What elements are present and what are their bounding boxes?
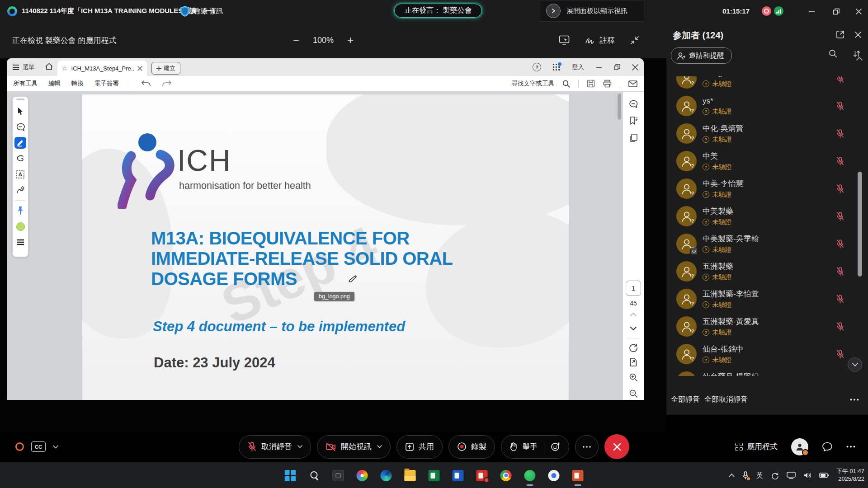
participant-muted-mic-icon[interactable] bbox=[836, 267, 844, 276]
battery-icon[interactable] bbox=[819, 473, 829, 478]
acrobat-restore-icon[interactable] bbox=[614, 64, 620, 70]
taskbar-clock[interactable]: 下午 01:47 2025/8/22 bbox=[836, 468, 864, 483]
sync-icon[interactable] bbox=[771, 471, 779, 479]
rotate-page-icon[interactable] bbox=[629, 343, 638, 352]
apps-button[interactable]: 應用程式 bbox=[735, 441, 778, 452]
participant-muted-mic-icon[interactable] bbox=[836, 211, 844, 221]
taskbar-chrome-icon[interactable] bbox=[500, 469, 512, 482]
document-scrollbar[interactable] bbox=[618, 94, 621, 120]
select-cursor-tool[interactable] bbox=[14, 105, 26, 117]
meeting-info-button[interactable]: 會議 資訊 bbox=[180, 0, 223, 22]
expand-video-panel-button[interactable]: 展開面板以顯示視訊 bbox=[540, 0, 644, 22]
zoom-in-button[interactable]: + bbox=[347, 35, 354, 46]
participant-row[interactable]: ? 中美 ? 未驗證 bbox=[666, 147, 868, 175]
find-tools-label[interactable]: 尋找文字或工具 bbox=[512, 80, 555, 88]
minimize-button[interactable] bbox=[807, 7, 816, 15]
zoom-out-button[interactable]: − bbox=[293, 35, 299, 46]
document-tab[interactable]: ☆ ICH_M13A_Step4_Pre... bbox=[57, 61, 147, 76]
taskbar-acrobat-icon[interactable] bbox=[476, 469, 488, 482]
participant-muted-mic-icon[interactable] bbox=[836, 184, 844, 193]
invite-remind-button[interactable]: 邀請和提醒 bbox=[671, 47, 732, 64]
participant-row[interactable]: ? 中美-李怡慧 ? 未驗證 bbox=[666, 175, 868, 202]
participant-row[interactable]: ? 中美製藥-吳季翰 ? 未驗證 bbox=[666, 230, 868, 258]
more-options-button[interactable] bbox=[575, 435, 599, 459]
collapse-toolbar-icon[interactable] bbox=[630, 36, 639, 45]
participants-scrollbar-thumb[interactable] bbox=[858, 172, 862, 277]
acrobat-menu-button[interactable]: 選單 bbox=[12, 58, 34, 76]
taskbar-edge-white-icon[interactable] bbox=[548, 469, 560, 482]
volume-icon[interactable] bbox=[803, 472, 811, 479]
participant-row[interactable]: ? 中美製藥 ? 未驗證 bbox=[666, 202, 868, 230]
more-participant-options-icon[interactable] bbox=[850, 399, 859, 401]
menu-esign[interactable]: 電子簽署 bbox=[94, 80, 119, 88]
screen-pointer-icon[interactable] bbox=[559, 35, 570, 45]
taskbar-file-explorer-icon[interactable] bbox=[404, 469, 416, 482]
closed-caption-button[interactable]: CC bbox=[31, 441, 46, 452]
apps-grid-icon[interactable] bbox=[553, 64, 560, 71]
undo-icon[interactable] bbox=[141, 80, 151, 87]
create-tab-button[interactable]: 建立 bbox=[151, 62, 180, 75]
unmute-button[interactable]: 取消靜音 bbox=[239, 435, 311, 459]
taskbar-start-icon[interactable] bbox=[284, 469, 297, 482]
raise-hand-button[interactable]: 舉手 bbox=[501, 435, 569, 459]
pin-tool[interactable] bbox=[14, 205, 26, 216]
leave-meeting-button[interactable] bbox=[604, 434, 629, 459]
audio-indicator-icon[interactable] bbox=[15, 442, 24, 451]
taskbar-webex-icon[interactable] bbox=[524, 469, 536, 482]
redo-icon[interactable] bbox=[162, 80, 172, 87]
participant-muted-mic-icon[interactable] bbox=[836, 322, 844, 331]
previous-page-icon[interactable] bbox=[630, 312, 637, 316]
mail-icon[interactable] bbox=[628, 80, 637, 87]
annotate-button[interactable]: 註釋 bbox=[585, 35, 615, 46]
participant-muted-mic-icon[interactable] bbox=[836, 349, 844, 359]
connection-quality-icon[interactable] bbox=[774, 6, 783, 16]
scroll-up-arrow[interactable] bbox=[856, 56, 863, 61]
pdf-page[interactable]: ICH harmonisation for better health Step… bbox=[82, 94, 569, 400]
zoom-out-page-icon[interactable] bbox=[629, 389, 638, 398]
participant-row[interactable]: ? 五洲製藥-黃愛真 ? 未驗證 bbox=[666, 313, 868, 340]
star-icon[interactable]: ☆ bbox=[62, 65, 68, 71]
print-icon[interactable] bbox=[603, 80, 612, 88]
mute-all-button[interactable]: 全部靜音 bbox=[671, 395, 700, 404]
input-language-indicator[interactable]: 英 bbox=[756, 471, 763, 480]
participant-muted-mic-icon[interactable] bbox=[836, 129, 844, 138]
search-participants-icon[interactable] bbox=[829, 49, 837, 58]
participant-row[interactable]: ? Wang LK ? 未驗證 bbox=[666, 76, 868, 92]
hidden-icons-chevron[interactable] bbox=[729, 474, 735, 477]
acrobat-minimize-icon[interactable] bbox=[596, 64, 602, 70]
signin-button[interactable]: 登入 bbox=[572, 63, 584, 71]
rail-drag-handle[interactable] bbox=[16, 99, 24, 100]
page-thumbnails-icon[interactable] bbox=[629, 133, 638, 142]
search-icon[interactable] bbox=[562, 80, 570, 88]
bookmarks-panel-icon[interactable] bbox=[629, 116, 638, 125]
share-button[interactable]: 共用 bbox=[396, 435, 443, 459]
chevron-down-icon[interactable] bbox=[377, 445, 382, 448]
mic-in-use-icon[interactable] bbox=[742, 471, 749, 479]
acrobat-close-icon[interactable] bbox=[632, 64, 638, 70]
scroll-down-button[interactable] bbox=[848, 357, 862, 372]
participant-row[interactable]: ? 中化-吳炳賢 ? 未驗證 bbox=[666, 120, 868, 147]
participant-muted-mic-icon[interactable] bbox=[836, 101, 844, 111]
help-icon[interactable]: ? bbox=[533, 63, 541, 71]
record-button[interactable]: 錄製 bbox=[448, 435, 495, 459]
close-button[interactable] bbox=[854, 7, 863, 15]
text-select-tool[interactable] bbox=[14, 169, 26, 180]
taskbar-powerpoint-icon[interactable] bbox=[572, 469, 584, 482]
participant-row[interactable]: ? 五洲製藥 ? 未驗證 bbox=[666, 258, 868, 285]
more-panels-button[interactable] bbox=[846, 446, 855, 448]
page-number-input[interactable]: 1 bbox=[626, 281, 641, 296]
participants-toggle-button[interactable] bbox=[791, 438, 808, 455]
tab-close-icon[interactable] bbox=[137, 66, 142, 71]
line-weight-tool[interactable] bbox=[14, 236, 26, 248]
zoom-in-page-icon[interactable] bbox=[629, 373, 638, 382]
save-icon[interactable] bbox=[587, 80, 595, 88]
comments-panel-icon[interactable] bbox=[629, 100, 638, 109]
participant-muted-mic-icon[interactable] bbox=[836, 156, 844, 166]
start-video-button[interactable]: 開始視訊 bbox=[317, 435, 391, 459]
participant-muted-mic-icon[interactable] bbox=[836, 76, 844, 83]
chevron-down-icon[interactable] bbox=[297, 445, 302, 448]
next-page-icon[interactable] bbox=[630, 327, 637, 331]
taskbar-edge-icon[interactable] bbox=[380, 469, 392, 482]
taskbar-search-icon[interactable] bbox=[308, 469, 321, 482]
lasso-tool[interactable] bbox=[14, 153, 26, 164]
